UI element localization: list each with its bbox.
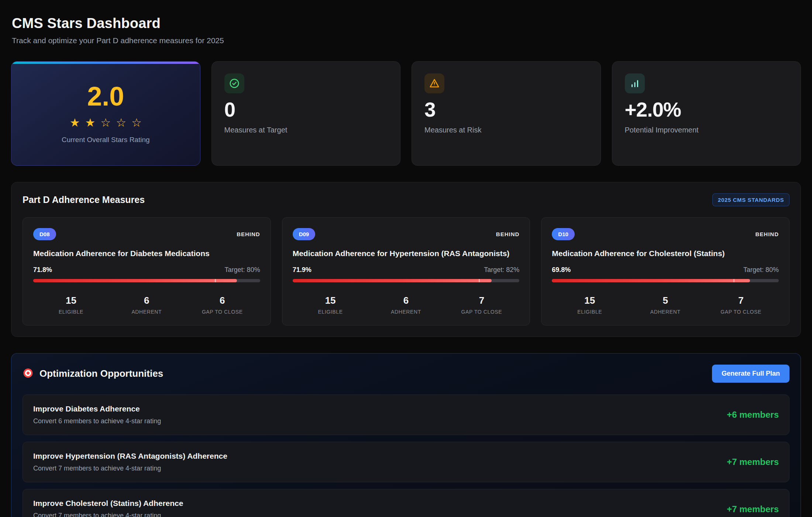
measure-title: Medication Adherence for Hypertension (R… bbox=[293, 249, 520, 258]
potential-improvement-value: +2.0% bbox=[625, 99, 788, 121]
measure-status-badge: BEHIND bbox=[237, 231, 260, 237]
adherent-label: ADHERENT bbox=[109, 309, 185, 315]
gap-label: GAP TO CLOSE bbox=[703, 309, 779, 315]
measure-code-badge: D09 bbox=[293, 228, 316, 240]
measure-target-label: Target: 80% bbox=[743, 266, 779, 274]
eligible-count: 15 bbox=[293, 296, 368, 305]
star-filled-icon: ★ bbox=[70, 116, 85, 129]
generate-full-plan-button[interactable]: Generate Full Plan bbox=[712, 365, 789, 383]
measure-target-label: Target: 80% bbox=[225, 266, 260, 274]
opportunity-impact: +7 members bbox=[727, 457, 779, 467]
measures-at-risk-label: Measures at Risk bbox=[424, 126, 588, 134]
stat-card-potential-improvement: +2.0% Potential Improvement bbox=[612, 61, 801, 166]
measure-title: Medication Adherence for Diabetes Medica… bbox=[33, 249, 260, 258]
stat-card-measures-at-risk: 3 Measures at Risk bbox=[412, 61, 601, 166]
gap-label: GAP TO CLOSE bbox=[185, 309, 260, 315]
measure-status-badge: BEHIND bbox=[755, 231, 779, 237]
opportunities-title: Optimization Opportunities bbox=[39, 368, 163, 379]
measures-at-risk-value: 3 bbox=[424, 99, 588, 121]
measures-panel: Part D Adherence Measures 2025 CMS STAND… bbox=[11, 182, 801, 337]
opportunity-row-diabetes: Improve Diabetes Adherence Convert 6 mem… bbox=[23, 394, 789, 435]
opportunity-row-hypertension: Improve Hypertension (RAS Antagonists) A… bbox=[23, 442, 789, 482]
target-icon bbox=[23, 368, 34, 380]
adherent-label: ADHERENT bbox=[368, 309, 444, 315]
measure-code-badge: D08 bbox=[33, 228, 56, 240]
measures-at-target-value: 0 bbox=[224, 99, 388, 121]
page-subtitle: Track and optimize your Part D adherence… bbox=[12, 36, 801, 45]
target-marker bbox=[479, 279, 480, 282]
target-marker bbox=[733, 279, 734, 282]
check-circle-icon bbox=[224, 73, 244, 93]
opportunity-subtitle: Convert 6 members to achieve 4-star rati… bbox=[33, 417, 161, 425]
progress-fill bbox=[293, 279, 492, 282]
eligible-count: 15 bbox=[552, 296, 627, 305]
star-empty-icon: ☆ bbox=[131, 116, 147, 129]
progress-fill bbox=[552, 279, 750, 282]
overall-rating-card: 2.0 ★★☆☆☆ Current Overall Stars Rating bbox=[11, 61, 200, 166]
opportunity-title: Improve Diabetes Adherence bbox=[33, 404, 161, 413]
gap-count: 7 bbox=[444, 296, 519, 305]
overall-rating-value: 2.0 bbox=[87, 83, 124, 110]
progress-fill bbox=[33, 279, 237, 282]
opportunity-title: Improve Cholesterol (Statins) Adherence bbox=[33, 499, 183, 508]
overall-rating-label: Current Overall Stars Rating bbox=[62, 136, 150, 144]
adherent-label: ADHERENT bbox=[627, 309, 703, 315]
star-empty-icon: ☆ bbox=[100, 116, 116, 129]
gap-label: GAP TO CLOSE bbox=[444, 309, 519, 315]
adherence-progress-bar bbox=[552, 279, 779, 282]
warning-triangle-icon bbox=[424, 73, 444, 93]
adherent-count: 5 bbox=[627, 296, 703, 305]
page-header: CMS Stars Dashboard Track and optimize y… bbox=[11, 15, 801, 45]
opportunities-list: Improve Diabetes Adherence Convert 6 mem… bbox=[23, 394, 789, 517]
stats-row: 2.0 ★★☆☆☆ Current Overall Stars Rating 0… bbox=[11, 61, 801, 166]
opportunity-subtitle: Convert 7 members to achieve 4-star rati… bbox=[33, 465, 227, 472]
page-title: CMS Stars Dashboard bbox=[12, 15, 801, 31]
measure-title: Medication Adherence for Cholesterol (St… bbox=[552, 249, 779, 258]
star-empty-icon: ☆ bbox=[116, 116, 131, 129]
gap-count: 7 bbox=[703, 296, 779, 305]
dashboard-page: CMS Stars Dashboard Track and optimize y… bbox=[0, 0, 812, 517]
adherence-progress-bar bbox=[33, 279, 260, 282]
star-rating: ★★☆☆☆ bbox=[70, 117, 147, 128]
stat-card-measures-at-target: 0 Measures at Target bbox=[211, 61, 401, 166]
opportunities-header: Optimization Opportunities Generate Full… bbox=[23, 365, 789, 383]
cms-standards-badge: 2025 CMS STANDARDS bbox=[712, 193, 789, 206]
eligible-label: ELIGIBLE bbox=[33, 309, 109, 315]
measure-card-d09: D09 BEHIND Medication Adherence for Hype… bbox=[282, 217, 530, 325]
opportunity-impact: +6 members bbox=[727, 410, 779, 420]
opportunity-title: Improve Hypertension (RAS Antagonists) A… bbox=[33, 452, 227, 461]
measure-card-d10: D10 BEHIND Medication Adherence for Chol… bbox=[541, 217, 789, 325]
adherent-count: 6 bbox=[109, 296, 185, 305]
measures-panel-title: Part D Adherence Measures bbox=[23, 194, 145, 205]
eligible-count: 15 bbox=[33, 296, 109, 305]
measure-current-value: 69.8% bbox=[552, 266, 571, 274]
bar-chart-icon bbox=[625, 73, 645, 93]
star-filled-icon: ★ bbox=[85, 116, 101, 129]
measures-at-target-label: Measures at Target bbox=[224, 126, 388, 134]
opportunities-panel: Optimization Opportunities Generate Full… bbox=[11, 353, 801, 517]
measure-status-badge: BEHIND bbox=[496, 231, 520, 237]
gap-count: 6 bbox=[185, 296, 260, 305]
measure-card-d08: D08 BEHIND Medication Adherence for Diab… bbox=[23, 217, 271, 325]
target-marker bbox=[215, 279, 216, 282]
potential-improvement-label: Potential Improvement bbox=[625, 126, 788, 134]
opportunity-row-cholesterol: Improve Cholesterol (Statins) Adherence … bbox=[23, 489, 789, 517]
opportunity-impact: +7 members bbox=[727, 504, 779, 514]
measure-current-value: 71.8% bbox=[33, 266, 52, 274]
measures-panel-header: Part D Adherence Measures 2025 CMS STAND… bbox=[23, 193, 789, 206]
measure-code-badge: D10 bbox=[552, 228, 575, 240]
measure-current-value: 71.9% bbox=[293, 266, 312, 274]
adherent-count: 6 bbox=[368, 296, 444, 305]
measures-grid: D08 BEHIND Medication Adherence for Diab… bbox=[23, 217, 789, 325]
measure-target-label: Target: 82% bbox=[484, 266, 519, 274]
eligible-label: ELIGIBLE bbox=[552, 309, 627, 315]
opportunity-subtitle: Convert 7 members to achieve 4-star rati… bbox=[33, 512, 183, 517]
adherence-progress-bar bbox=[293, 279, 520, 282]
eligible-label: ELIGIBLE bbox=[293, 309, 368, 315]
